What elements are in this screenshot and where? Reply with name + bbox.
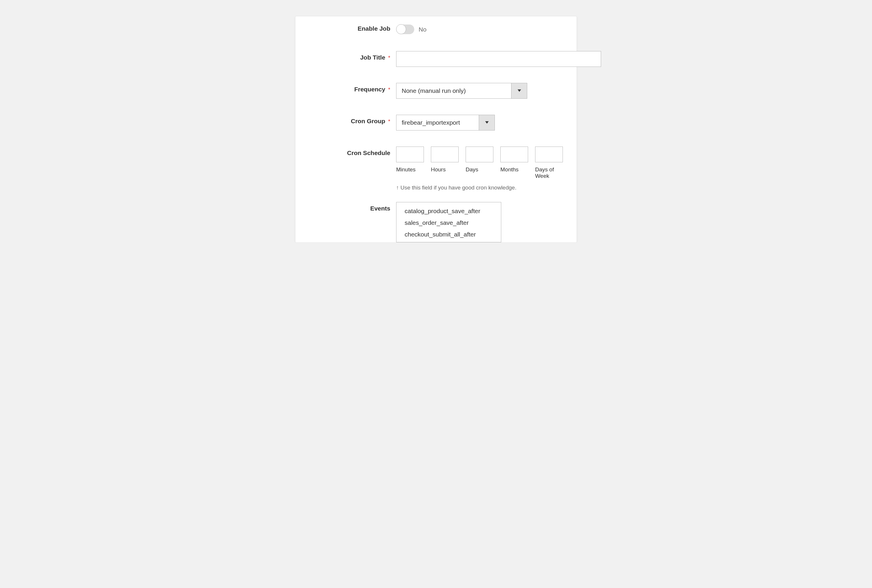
job-title-label: Job Title bbox=[298, 51, 396, 61]
job-title-input[interactable] bbox=[396, 51, 601, 67]
cron-dow-input[interactable] bbox=[535, 147, 563, 162]
enable-job-state-label: No bbox=[419, 26, 427, 33]
events-option[interactable]: sales_order_save_after bbox=[405, 219, 493, 226]
events-listbox[interactable]: catalog_product_save_after sales_order_s… bbox=[396, 202, 501, 242]
cron-hours-caption: Hours bbox=[431, 166, 458, 173]
cron-schedule-label: Cron Schedule bbox=[298, 147, 396, 156]
enable-job-label: Enable Job bbox=[298, 24, 396, 32]
cron-schedule-helper: ↑ Use this field if you have good cron k… bbox=[396, 184, 565, 191]
cron-months-input[interactable] bbox=[500, 147, 528, 162]
cron-schedule-fields: Minutes Hours Days Months bbox=[396, 147, 565, 179]
frequency-row: Frequency None (manual run only) bbox=[298, 83, 565, 99]
enable-job-toggle[interactable] bbox=[396, 24, 414, 34]
cron-group-select[interactable]: firebear_importexport bbox=[396, 115, 495, 130]
job-settings-panel: Enable Job No Job Title Frequency bbox=[295, 16, 577, 243]
frequency-value: None (manual run only) bbox=[396, 83, 511, 98]
cron-schedule-row: Cron Schedule Minutes Hours Days bbox=[298, 147, 565, 191]
chevron-down-icon bbox=[479, 115, 494, 130]
cron-months-caption: Months bbox=[500, 166, 528, 173]
toggle-knob bbox=[396, 24, 406, 34]
cron-minutes-input[interactable] bbox=[396, 147, 424, 162]
cron-dow-caption: Days of Week bbox=[535, 166, 563, 179]
cron-days-caption: Days bbox=[466, 166, 493, 173]
cron-group-label: Cron Group bbox=[298, 115, 396, 124]
frequency-select[interactable]: None (manual run only) bbox=[396, 83, 527, 99]
cron-minutes-caption: Minutes bbox=[396, 166, 424, 173]
events-label: Events bbox=[298, 202, 396, 212]
cron-group-value: firebear_importexport bbox=[396, 115, 479, 130]
events-row: Events catalog_product_save_after sales_… bbox=[298, 202, 565, 242]
events-option[interactable]: catalog_product_save_after bbox=[405, 208, 493, 214]
cron-hours-input[interactable] bbox=[431, 147, 458, 162]
cron-days-input[interactable] bbox=[466, 147, 493, 162]
chevron-down-icon bbox=[511, 83, 527, 98]
job-title-row: Job Title bbox=[298, 51, 565, 67]
enable-job-row: Enable Job No bbox=[298, 24, 565, 34]
frequency-label: Frequency bbox=[298, 83, 396, 93]
cron-group-row: Cron Group firebear_importexport bbox=[298, 115, 565, 130]
events-option[interactable]: checkout_submit_all_after bbox=[405, 231, 493, 238]
